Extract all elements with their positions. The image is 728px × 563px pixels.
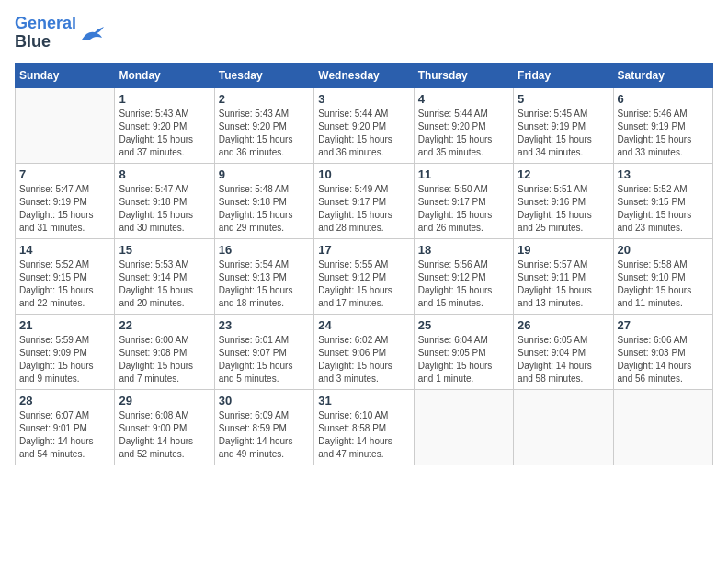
day-info: Sunrise: 5:44 AMSunset: 9:20 PMDaylight:… bbox=[318, 108, 409, 159]
calendar-table: SundayMondayTuesdayWednesdayThursdayFrid… bbox=[15, 63, 713, 465]
day-info: Sunrise: 6:07 AMSunset: 9:01 PMDaylight:… bbox=[19, 409, 110, 461]
day-number: 28 bbox=[19, 394, 110, 408]
calendar-cell bbox=[613, 389, 712, 465]
day-info: Sunrise: 6:04 AMSunset: 9:05 PMDaylight:… bbox=[418, 334, 509, 385]
day-info: Sunrise: 6:00 AMSunset: 9:08 PMDaylight:… bbox=[119, 334, 210, 385]
calendar-cell: 26Sunrise: 6:05 AMSunset: 9:04 PMDayligh… bbox=[514, 314, 613, 389]
weekday-header: Sunday bbox=[16, 63, 115, 87]
day-number: 6 bbox=[618, 92, 709, 106]
calendar-cell: 14Sunrise: 5:52 AMSunset: 9:15 PMDayligh… bbox=[16, 238, 115, 314]
day-number: 27 bbox=[618, 318, 709, 332]
day-number: 24 bbox=[318, 318, 409, 332]
day-number: 9 bbox=[219, 167, 310, 181]
weekday-header: Thursday bbox=[414, 63, 513, 87]
day-number: 12 bbox=[518, 167, 609, 181]
day-info: Sunrise: 5:45 AMSunset: 9:19 PMDaylight:… bbox=[518, 108, 609, 159]
calendar-cell: 27Sunrise: 6:06 AMSunset: 9:03 PMDayligh… bbox=[613, 314, 712, 389]
calendar-cell: 3Sunrise: 5:44 AMSunset: 9:20 PMDaylight… bbox=[314, 87, 414, 163]
day-number: 20 bbox=[618, 243, 709, 257]
day-number: 13 bbox=[618, 167, 709, 181]
day-info: Sunrise: 5:44 AMSunset: 9:20 PMDaylight:… bbox=[418, 108, 509, 159]
day-info: Sunrise: 5:49 AMSunset: 9:17 PMDaylight:… bbox=[318, 183, 409, 235]
calendar-cell: 2Sunrise: 5:43 AMSunset: 9:20 PMDaylight… bbox=[214, 87, 313, 163]
day-number: 30 bbox=[219, 394, 310, 408]
day-number: 25 bbox=[418, 318, 509, 332]
calendar-week-row: 7Sunrise: 5:47 AMSunset: 9:19 PMDaylight… bbox=[16, 163, 713, 238]
calendar-header-row: SundayMondayTuesdayWednesdayThursdayFrid… bbox=[16, 63, 713, 87]
day-number: 7 bbox=[19, 167, 110, 181]
day-info: Sunrise: 5:53 AMSunset: 9:14 PMDaylight:… bbox=[119, 259, 210, 310]
day-number: 3 bbox=[318, 92, 409, 106]
calendar-cell: 19Sunrise: 5:57 AMSunset: 9:11 PMDayligh… bbox=[514, 238, 613, 314]
calendar-cell: 18Sunrise: 5:56 AMSunset: 9:12 PMDayligh… bbox=[414, 238, 513, 314]
weekday-header: Friday bbox=[514, 63, 613, 87]
calendar-week-row: 21Sunrise: 5:59 AMSunset: 9:09 PMDayligh… bbox=[16, 314, 713, 389]
calendar-cell: 4Sunrise: 5:44 AMSunset: 9:20 PMDaylight… bbox=[414, 87, 513, 163]
day-info: Sunrise: 5:48 AMSunset: 9:18 PMDaylight:… bbox=[219, 183, 310, 235]
calendar-week-row: 14Sunrise: 5:52 AMSunset: 9:15 PMDayligh… bbox=[16, 238, 713, 314]
day-number: 29 bbox=[119, 394, 210, 408]
day-info: Sunrise: 5:58 AMSunset: 9:10 PMDaylight:… bbox=[618, 259, 709, 310]
day-number: 1 bbox=[119, 92, 210, 106]
day-info: Sunrise: 5:47 AMSunset: 9:18 PMDaylight:… bbox=[119, 183, 210, 235]
day-info: Sunrise: 5:55 AMSunset: 9:12 PMDaylight:… bbox=[318, 259, 409, 310]
day-number: 19 bbox=[518, 243, 609, 257]
calendar-cell: 5Sunrise: 5:45 AMSunset: 9:19 PMDaylight… bbox=[514, 87, 613, 163]
day-info: Sunrise: 6:06 AMSunset: 9:03 PMDaylight:… bbox=[618, 334, 709, 385]
calendar-cell: 30Sunrise: 6:09 AMSunset: 8:59 PMDayligh… bbox=[214, 389, 313, 465]
logo-text: General Blue bbox=[15, 15, 76, 52]
day-info: Sunrise: 5:59 AMSunset: 9:09 PMDaylight:… bbox=[19, 334, 110, 385]
day-info: Sunrise: 5:52 AMSunset: 9:15 PMDaylight:… bbox=[19, 259, 110, 310]
calendar-cell: 1Sunrise: 5:43 AMSunset: 9:20 PMDaylight… bbox=[115, 87, 214, 163]
day-info: Sunrise: 5:46 AMSunset: 9:19 PMDaylight:… bbox=[618, 108, 709, 159]
day-number: 26 bbox=[518, 318, 609, 332]
page-header: General Blue bbox=[15, 15, 713, 52]
calendar-cell bbox=[414, 389, 513, 465]
weekday-header: Saturday bbox=[613, 63, 712, 87]
calendar-week-row: 1Sunrise: 5:43 AMSunset: 9:20 PMDaylight… bbox=[16, 87, 713, 163]
day-number: 11 bbox=[418, 167, 509, 181]
day-info: Sunrise: 5:57 AMSunset: 9:11 PMDaylight:… bbox=[518, 259, 609, 310]
calendar-cell: 20Sunrise: 5:58 AMSunset: 9:10 PMDayligh… bbox=[613, 238, 712, 314]
day-number: 4 bbox=[418, 92, 509, 106]
day-number: 18 bbox=[418, 243, 509, 257]
calendar-cell: 24Sunrise: 6:02 AMSunset: 9:06 PMDayligh… bbox=[314, 314, 414, 389]
day-number: 10 bbox=[318, 167, 409, 181]
day-info: Sunrise: 6:05 AMSunset: 9:04 PMDaylight:… bbox=[518, 334, 609, 385]
day-info: Sunrise: 5:54 AMSunset: 9:13 PMDaylight:… bbox=[219, 259, 310, 310]
calendar-cell: 28Sunrise: 6:07 AMSunset: 9:01 PMDayligh… bbox=[16, 389, 115, 465]
day-info: Sunrise: 5:52 AMSunset: 9:15 PMDaylight:… bbox=[618, 183, 709, 235]
calendar-cell: 12Sunrise: 5:51 AMSunset: 9:16 PMDayligh… bbox=[514, 163, 613, 238]
weekday-header: Tuesday bbox=[214, 63, 313, 87]
day-number: 5 bbox=[518, 92, 609, 106]
calendar-cell: 9Sunrise: 5:48 AMSunset: 9:18 PMDaylight… bbox=[214, 163, 313, 238]
calendar-cell: 8Sunrise: 5:47 AMSunset: 9:18 PMDaylight… bbox=[115, 163, 214, 238]
day-info: Sunrise: 5:47 AMSunset: 9:19 PMDaylight:… bbox=[19, 183, 110, 235]
logo-icon bbox=[80, 23, 106, 43]
day-info: Sunrise: 5:43 AMSunset: 9:20 PMDaylight:… bbox=[119, 108, 210, 159]
calendar-cell: 13Sunrise: 5:52 AMSunset: 9:15 PMDayligh… bbox=[613, 163, 712, 238]
day-info: Sunrise: 6:09 AMSunset: 8:59 PMDaylight:… bbox=[219, 409, 310, 461]
day-number: 15 bbox=[119, 243, 210, 257]
day-number: 21 bbox=[19, 318, 110, 332]
day-info: Sunrise: 6:08 AMSunset: 9:00 PMDaylight:… bbox=[119, 409, 210, 461]
weekday-header: Wednesday bbox=[314, 63, 414, 87]
day-info: Sunrise: 5:56 AMSunset: 9:12 PMDaylight:… bbox=[418, 259, 509, 310]
calendar-cell: 23Sunrise: 6:01 AMSunset: 9:07 PMDayligh… bbox=[214, 314, 313, 389]
calendar-cell: 21Sunrise: 5:59 AMSunset: 9:09 PMDayligh… bbox=[16, 314, 115, 389]
logo: General Blue bbox=[15, 15, 106, 52]
day-number: 14 bbox=[19, 243, 110, 257]
calendar-cell: 10Sunrise: 5:49 AMSunset: 9:17 PMDayligh… bbox=[314, 163, 414, 238]
day-info: Sunrise: 5:50 AMSunset: 9:17 PMDaylight:… bbox=[418, 183, 509, 235]
day-number: 23 bbox=[219, 318, 310, 332]
calendar-cell: 7Sunrise: 5:47 AMSunset: 9:19 PMDaylight… bbox=[16, 163, 115, 238]
weekday-header: Monday bbox=[115, 63, 214, 87]
calendar-cell: 17Sunrise: 5:55 AMSunset: 9:12 PMDayligh… bbox=[314, 238, 414, 314]
day-info: Sunrise: 6:10 AMSunset: 8:58 PMDaylight:… bbox=[318, 409, 409, 461]
day-number: 8 bbox=[119, 167, 210, 181]
calendar-cell: 29Sunrise: 6:08 AMSunset: 9:00 PMDayligh… bbox=[115, 389, 214, 465]
day-number: 22 bbox=[119, 318, 210, 332]
day-number: 16 bbox=[219, 243, 310, 257]
calendar-cell: 25Sunrise: 6:04 AMSunset: 9:05 PMDayligh… bbox=[414, 314, 513, 389]
calendar-cell: 11Sunrise: 5:50 AMSunset: 9:17 PMDayligh… bbox=[414, 163, 513, 238]
